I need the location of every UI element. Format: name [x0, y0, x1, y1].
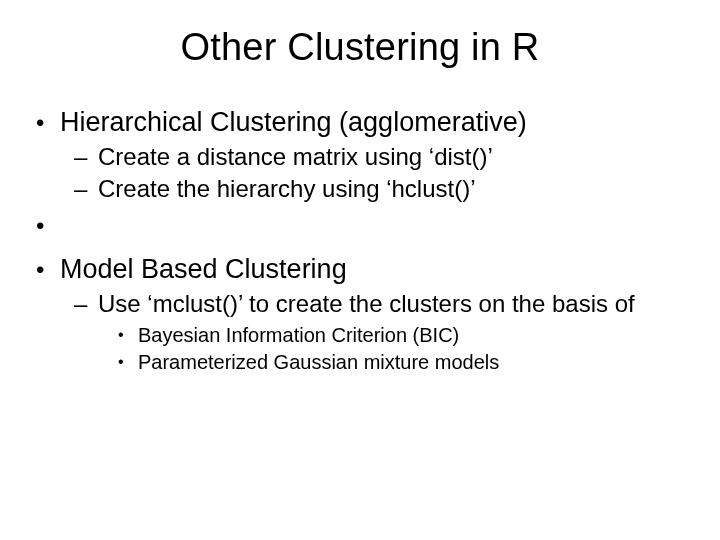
bullet-text: Use ‘mclust()’ to create the clusters on… [98, 290, 635, 317]
bullet-item: Use ‘mclust()’ to create the clusters on… [74, 289, 686, 375]
slide: Other Clustering in R Hierarchical Clust… [0, 0, 720, 540]
bullet-list-level3: Bayesian Information Criterion (BIC) Par… [98, 323, 686, 375]
bullet-item: Create the hierarchy using ‘hclust()’ [74, 174, 686, 204]
bullet-list-level1: Hierarchical Clustering (agglomerative) … [34, 107, 686, 375]
slide-title: Other Clustering in R [0, 0, 720, 69]
bullet-text: Parameterized Gaussian mixture models [138, 351, 499, 373]
bullet-list-level2: Use ‘mclust()’ to create the clusters on… [60, 289, 686, 375]
bullet-text: Create a distance matrix using ‘dist()’ [98, 143, 493, 170]
bullet-item: Create a distance matrix using ‘dist()’ [74, 142, 686, 172]
bullet-text: Model Based Clustering [60, 254, 347, 284]
bullet-text: Bayesian Information Criterion (BIC) [138, 324, 459, 346]
bullet-text: Create the hierarchy using ‘hclust()’ [98, 175, 476, 202]
bullet-item: Parameterized Gaussian mixture models [116, 350, 686, 375]
bullet-text: Hierarchical Clustering (agglomerative) [60, 107, 527, 137]
bullet-list-level2: Create a distance matrix using ‘dist()’ … [60, 142, 686, 204]
spacer [34, 210, 686, 248]
bullet-item-hierarchical: Hierarchical Clustering (agglomerative) … [34, 107, 686, 204]
bullet-item: Bayesian Information Criterion (BIC) [116, 323, 686, 348]
bullet-item-model-based: Model Based Clustering Use ‘mclust()’ to… [34, 254, 686, 375]
slide-body: Hierarchical Clustering (agglomerative) … [0, 69, 720, 375]
